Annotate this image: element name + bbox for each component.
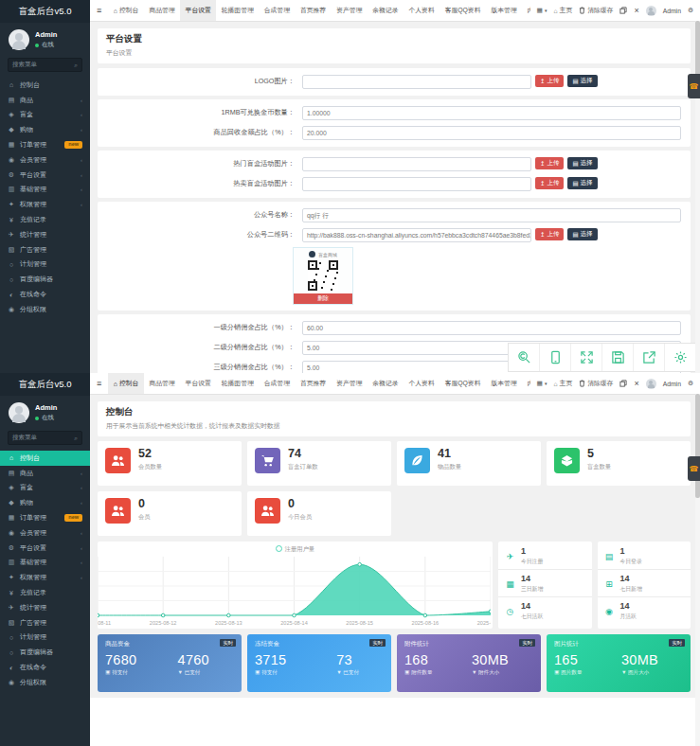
- clear-cache-button[interactable]: 清除缓存: [579, 6, 613, 15]
- choose-button[interactable]: ▤选择: [567, 75, 597, 87]
- upload-button[interactable]: ↥上传: [535, 177, 564, 189]
- toolbar-settings-icon[interactable]: [664, 344, 695, 371]
- sidebar-item-8[interactable]: ✦权限管理‹: [0, 570, 90, 585]
- tab-9[interactable]: 客服QQ资料: [440, 0, 486, 21]
- tab-3[interactable]: 轮播图管理: [216, 0, 259, 21]
- sidebar-item-12[interactable]: ○计划管理: [0, 258, 90, 273]
- sidebar-item-15[interactable]: ◉分组权限: [0, 675, 90, 690]
- sidebar-item-13[interactable]: ○百度编辑器: [0, 645, 90, 660]
- sidebar-item-3[interactable]: ◆购物‹: [0, 122, 90, 137]
- form-input[interactable]: 20.000: [302, 126, 681, 140]
- sidebar-item-6[interactable]: ⚙平台设置‹: [0, 168, 90, 183]
- sidebar-item-10[interactable]: ✈统计管理: [0, 600, 90, 615]
- sidebar-item-15[interactable]: ◉分组权限: [0, 302, 90, 317]
- form-input[interactable]: 60.00: [302, 321, 681, 335]
- tab-2[interactable]: 平台设置: [180, 373, 216, 394]
- sidebar-item-10[interactable]: ✈统计管理: [0, 227, 90, 242]
- sidebar-item-2[interactable]: ◈盲盒‹: [0, 481, 90, 496]
- tab-3[interactable]: 轮播图管理: [216, 373, 259, 394]
- tab-0[interactable]: ⌂控制台: [108, 0, 144, 21]
- sidebar-search-input[interactable]: 搜索菜单 ⌕: [8, 431, 82, 445]
- tab-9[interactable]: 客服QQ资料: [440, 373, 486, 394]
- tab-0[interactable]: ⌂控制台: [108, 373, 144, 394]
- tab-11[interactable]: 内购选项: [522, 0, 529, 21]
- form-input[interactable]: [302, 157, 531, 171]
- toolbar-expand-icon[interactable]: [570, 344, 601, 371]
- avatar[interactable]: [646, 6, 656, 16]
- sidebar-item-9[interactable]: ¥充值记录: [0, 585, 90, 600]
- sidebar-item-1[interactable]: ▤商品‹: [0, 466, 90, 481]
- refresh-icon[interactable]: [619, 380, 627, 387]
- avatar[interactable]: [646, 379, 656, 389]
- close-icon[interactable]: ×: [634, 6, 638, 15]
- delete-qr-button[interactable]: 删除: [294, 293, 352, 304]
- settings-icon[interactable]: ⚙: [688, 7, 693, 14]
- sidebar-item-14[interactable]: ◐在线命令: [0, 660, 90, 675]
- toolbar-zoom-icon[interactable]: [509, 344, 539, 371]
- toolbar-device-icon[interactable]: [539, 344, 570, 371]
- tab-5[interactable]: 首页推荐: [295, 373, 331, 394]
- sidebar-item-0[interactable]: ⌂控制台: [0, 451, 90, 466]
- scrollbar-thumb[interactable]: [695, 21, 700, 80]
- refresh-icon[interactable]: [619, 7, 627, 14]
- sidebar-item-4[interactable]: ▦订单管理new: [0, 137, 90, 152]
- navbar-user-name[interactable]: Admin: [663, 381, 681, 387]
- upload-button[interactable]: ↥上传: [535, 157, 564, 169]
- menu-toggle-icon[interactable]: ≡: [90, 379, 108, 388]
- tab-7[interactable]: 余额记录: [368, 373, 404, 394]
- menu-toggle-icon[interactable]: ≡: [90, 6, 108, 15]
- layout-grid-icon[interactable]: ▦▾: [537, 380, 547, 387]
- sidebar-item-7[interactable]: ▥基础管理‹: [0, 556, 90, 571]
- home-link[interactable]: ⌂主页: [553, 6, 572, 15]
- clear-cache-button[interactable]: 清除缓存: [579, 379, 613, 388]
- sidebar-item-0[interactable]: ⌂控制台: [0, 78, 90, 93]
- choose-button[interactable]: ▤选择: [567, 177, 597, 189]
- settings-icon[interactable]: ⚙: [688, 380, 693, 387]
- form-input[interactable]: qq行 行: [302, 208, 681, 222]
- sidebar-item-1[interactable]: ▤商品‹: [0, 93, 90, 108]
- tab-4[interactable]: 合成管理: [259, 373, 295, 394]
- contact-widget[interactable]: ☎: [688, 74, 700, 98]
- tab-10[interactable]: 版本管理: [486, 0, 522, 21]
- scrollbar-thumb[interactable]: [695, 394, 700, 498]
- sidebar-item-4[interactable]: ▦订单管理new: [0, 510, 90, 525]
- sidebar-item-5[interactable]: ◉会员管理‹: [0, 152, 90, 168]
- tab-1[interactable]: 商品管理: [144, 0, 180, 21]
- sidebar-item-14[interactable]: ◐在线命令: [0, 287, 90, 302]
- sidebar-item-3[interactable]: ◆购物‹: [0, 495, 90, 510]
- sidebar-item-6[interactable]: ⚙平台设置‹: [0, 541, 90, 556]
- tab-2[interactable]: 平台设置: [180, 0, 216, 21]
- tab-6[interactable]: 资产管理: [332, 373, 368, 394]
- upload-button[interactable]: ↥上传: [535, 228, 564, 240]
- tab-5[interactable]: 首页推荐: [295, 0, 331, 21]
- scrollbar[interactable]: [695, 394, 700, 746]
- tab-7[interactable]: 余额记录: [368, 0, 404, 21]
- toolbar-share-icon[interactable]: [633, 344, 664, 371]
- sidebar-item-12[interactable]: ○计划管理: [0, 631, 90, 646]
- choose-button[interactable]: ▤选择: [567, 228, 597, 240]
- form-input[interactable]: 1.00000: [302, 106, 681, 120]
- sidebar-item-11[interactable]: ▧广告管理: [0, 242, 90, 258]
- sidebar-item-7[interactable]: ▥基础管理‹: [0, 183, 90, 198]
- choose-button[interactable]: ▤选择: [567, 157, 597, 169]
- sidebar-search-input[interactable]: 搜索菜单 ⌕: [8, 58, 82, 72]
- sidebar-item-11[interactable]: ▧广告管理: [0, 615, 90, 631]
- form-input[interactable]: [302, 75, 531, 89]
- sidebar-item-8[interactable]: ✦权限管理‹: [0, 197, 90, 212]
- contact-widget[interactable]: ☎: [688, 456, 700, 481]
- tab-10[interactable]: 版本管理: [486, 373, 522, 394]
- search-icon[interactable]: ⌕: [74, 62, 78, 69]
- layout-grid-icon[interactable]: ▦▾: [537, 7, 547, 14]
- close-icon[interactable]: ×: [634, 379, 638, 388]
- search-icon[interactable]: ⌕: [74, 435, 78, 442]
- tab-11[interactable]: 内购选项: [522, 373, 529, 394]
- form-input[interactable]: [302, 177, 531, 191]
- sidebar-item-13[interactable]: ○百度编辑器: [0, 272, 90, 287]
- sidebar-item-9[interactable]: ¥充值记录: [0, 212, 90, 227]
- tab-8[interactable]: 个人资料: [404, 0, 440, 21]
- tab-4[interactable]: 合成管理: [259, 0, 295, 21]
- tab-6[interactable]: 资产管理: [332, 0, 368, 21]
- home-link[interactable]: ⌂主页: [553, 379, 572, 388]
- form-input[interactable]: http://bak888.oss-cn-shanghai.aliyuncs.c…: [302, 228, 531, 242]
- sidebar-item-2[interactable]: ◈盲盒‹: [0, 108, 90, 123]
